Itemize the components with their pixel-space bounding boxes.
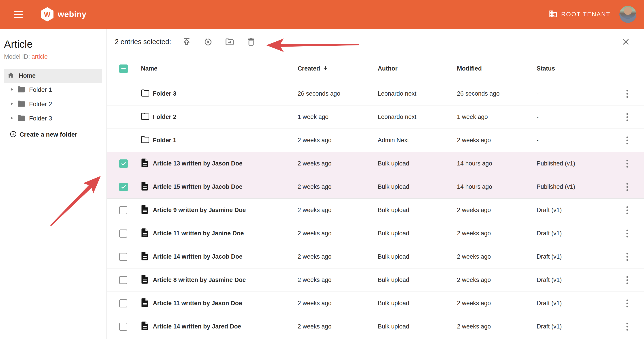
sidebar-item-folder-2[interactable]: Folder 2 <box>0 97 106 111</box>
tenant-selector[interactable]: ROOT TENANT <box>549 10 610 19</box>
create-folder-button[interactable]: Create a new folder <box>0 127 106 142</box>
row-status: Draft (v1) <box>536 300 610 307</box>
folder-outline-icon <box>141 115 150 121</box>
row-checkbox[interactable] <box>119 253 127 261</box>
row-author: Bulk upload <box>378 183 457 190</box>
row-menu-kebab-icon[interactable] <box>624 250 630 263</box>
hamburger-menu-icon[interactable] <box>11 7 26 22</box>
document-icon <box>141 162 148 169</box>
document-icon <box>141 255 148 262</box>
row-name[interactable]: Article 14 written by Jared Doe <box>153 323 298 330</box>
row-status: - <box>536 90 610 97</box>
row-menu-kebab-icon[interactable] <box>624 87 630 101</box>
column-header-author[interactable]: Author <box>378 65 457 72</box>
row-status: Published (v1) <box>536 160 610 167</box>
webiny-hexagon-icon: W <box>40 7 54 22</box>
row-menu-kebab-icon[interactable] <box>624 297 630 310</box>
row-author: Bulk upload <box>378 230 457 237</box>
unpublish-icon[interactable] <box>203 37 213 47</box>
svg-text:W: W <box>44 11 50 18</box>
row-name[interactable]: Article 15 written by Jacob Doe <box>153 183 298 190</box>
row-name[interactable]: Article 9 written by Jasmine Doe <box>153 207 298 214</box>
row-checkbox[interactable] <box>119 299 127 307</box>
webiny-logo: W webiny <box>40 7 86 22</box>
row-name[interactable]: Article 11 written by Jason Doe <box>153 300 298 307</box>
chevron-right-icon[interactable] <box>10 88 14 92</box>
bulk-action-icons <box>182 37 256 47</box>
sidebar-item-home[interactable]: Home <box>4 69 102 83</box>
row-created: 2 weeks ago <box>298 300 378 307</box>
row-modified: 2 weeks ago <box>457 207 536 214</box>
row-created: 2 weeks ago <box>298 253 378 260</box>
chevron-right-icon[interactable] <box>10 102 14 106</box>
column-header-created[interactable]: Created <box>298 65 378 73</box>
row-checkbox[interactable] <box>119 276 127 284</box>
row-name[interactable]: Folder 1 <box>153 137 298 144</box>
row-name[interactable]: Folder 3 <box>153 90 298 97</box>
column-header-name[interactable]: Name <box>141 65 298 72</box>
row-checkbox-checked[interactable] <box>119 183 128 191</box>
table-row[interactable]: Folder 1 2 weeks ago Admin Next 2 weeks … <box>107 129 644 152</box>
row-name[interactable]: Article 14 written by Jacob Doe <box>153 253 298 260</box>
row-menu-kebab-icon[interactable] <box>624 180 630 194</box>
row-name[interactable]: Article 11 written by Janine Doe <box>153 230 298 237</box>
folder-outline-icon <box>141 91 150 98</box>
table-row[interactable]: Folder 2 1 week ago Leonardo next 1 week… <box>107 106 644 129</box>
close-icon[interactable] <box>621 37 631 47</box>
row-status: - <box>536 137 610 144</box>
row-author: Bulk upload <box>378 207 457 214</box>
row-created: 26 seconds ago <box>298 90 378 97</box>
folder-icon <box>17 114 25 123</box>
model-id-value[interactable]: article <box>32 53 48 60</box>
select-all-checkbox[interactable] <box>119 65 128 73</box>
table-row[interactable]: Article 11 written by Janine Doe 2 weeks… <box>107 222 644 245</box>
row-modified: 2 weeks ago <box>457 137 536 144</box>
row-name[interactable]: Article 8 written by Jasmine Doe <box>153 276 298 283</box>
row-modified: 2 weeks ago <box>457 323 536 330</box>
sidebar-item-folder-3[interactable]: Folder 3 <box>0 111 106 126</box>
document-icon <box>141 186 148 192</box>
row-menu-kebab-icon[interactable] <box>624 110 630 124</box>
row-menu-kebab-icon[interactable] <box>624 273 630 287</box>
row-status: Published (v1) <box>536 183 610 190</box>
row-modified: 14 hours ago <box>457 183 536 190</box>
row-checkbox[interactable] <box>119 206 127 214</box>
table-row[interactable]: Article 14 written by Jared Doe 2 weeks … <box>107 315 644 338</box>
table-row[interactable]: Folder 3 26 seconds ago Leonardo next 26… <box>107 82 644 106</box>
delete-icon[interactable] <box>246 37 256 47</box>
table-row-selected[interactable]: Article 13 written by Jason Doe 2 weeks … <box>107 152 644 175</box>
row-created: 2 weeks ago <box>298 323 378 330</box>
row-author: Bulk upload <box>378 300 457 307</box>
avatar[interactable] <box>620 6 636 23</box>
row-created: 1 week ago <box>298 114 378 120</box>
row-checkbox[interactable] <box>119 229 127 238</box>
tenant-label: ROOT TENANT <box>561 11 610 18</box>
row-checkbox[interactable] <box>119 323 127 331</box>
row-menu-kebab-icon[interactable] <box>624 134 630 147</box>
row-menu-kebab-icon[interactable] <box>624 157 630 170</box>
sidebar-item-folder-1[interactable]: Folder 1 <box>0 83 106 97</box>
row-created: 2 weeks ago <box>298 230 378 237</box>
document-icon <box>141 302 148 309</box>
table-row[interactable]: Article 8 written by Jasmine Doe 2 weeks… <box>107 268 644 292</box>
row-menu-kebab-icon[interactable] <box>624 227 630 240</box>
row-name[interactable]: Article 13 written by Jason Doe <box>153 160 298 167</box>
publish-icon[interactable] <box>182 37 192 47</box>
row-menu-kebab-icon[interactable] <box>624 320 630 333</box>
table-row[interactable]: Article 11 written by Jason Doe 2 weeks … <box>107 292 644 315</box>
row-menu-kebab-icon[interactable] <box>624 204 630 217</box>
row-name[interactable]: Folder 2 <box>153 114 298 120</box>
sidebar-item-label: Folder 1 <box>29 86 52 93</box>
row-checkbox-checked[interactable] <box>119 159 128 168</box>
move-to-folder-icon[interactable] <box>224 37 235 47</box>
table-row[interactable]: Article 14 written by Jacob Doe 2 weeks … <box>107 245 644 268</box>
chevron-right-icon[interactable] <box>10 116 14 121</box>
row-modified: 2 weeks ago <box>457 230 536 237</box>
column-header-status[interactable]: Status <box>536 65 610 72</box>
row-status: Draft (v1) <box>536 230 610 237</box>
folder-icon <box>17 100 25 108</box>
table-row[interactable]: Article 9 written by Jasmine Doe 2 weeks… <box>107 199 644 222</box>
page: W webiny ROOT TENANT Article Model ID: a… <box>0 0 644 339</box>
table-row-selected[interactable]: Article 15 written by Jacob Doe 2 weeks … <box>107 175 644 199</box>
column-header-modified[interactable]: Modified <box>457 65 536 72</box>
